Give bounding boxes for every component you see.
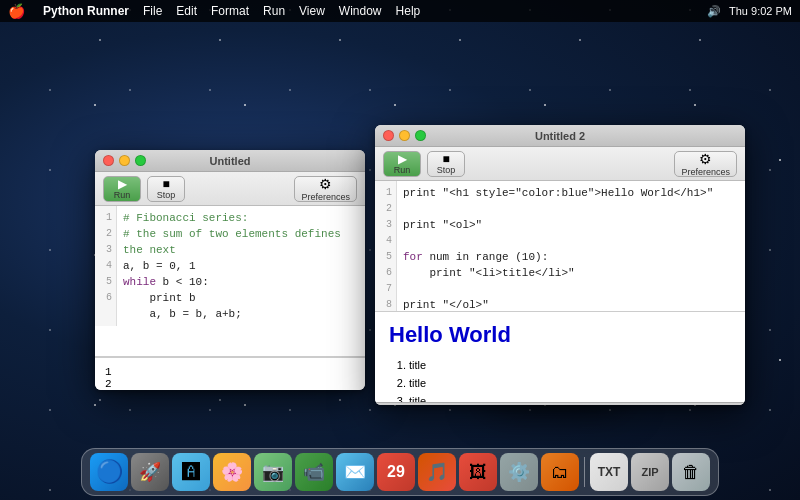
code-content-1[interactable]: # Fibonacci series: # the sum of two ele… xyxy=(117,206,365,326)
dock-finder2[interactable]: 🗂 xyxy=(541,453,579,491)
output-area-1: 12 xyxy=(95,357,365,390)
ln: 4 xyxy=(379,233,392,249)
run-button-1[interactable]: ▶ Run xyxy=(103,176,141,202)
dock-syspref[interactable]: ⚙️ xyxy=(500,453,538,491)
dock-mail[interactable]: ✉️ xyxy=(336,453,374,491)
menu-help[interactable]: Help xyxy=(396,4,421,18)
dock-trash[interactable]: 🗑 xyxy=(672,453,710,491)
ln: 2 xyxy=(379,201,392,217)
maximize-button-2[interactable] xyxy=(415,130,426,141)
code-line: print b xyxy=(123,290,359,306)
appstore-icon: 🅰 xyxy=(182,462,200,483)
menubar-right: 🔊 Thu 9:02 PM xyxy=(707,5,792,18)
apple-menu[interactable]: 🍎 xyxy=(8,3,25,19)
dock-textedit[interactable]: TXT xyxy=(590,453,628,491)
close-button-2[interactable] xyxy=(383,130,394,141)
volume-icon[interactable]: 🔊 xyxy=(707,5,721,18)
line-num: 1 xyxy=(99,210,112,226)
menu-window[interactable]: Window xyxy=(339,4,382,18)
dock-finder[interactable]: 🔵 xyxy=(90,453,128,491)
menubar: 🍎 Python Runner File Edit Format Run Vie… xyxy=(0,0,800,22)
window-untitled[interactable]: Untitled ▶ Run ■ Stop ⚙ Preferences 1 2 … xyxy=(95,150,365,390)
close-button-1[interactable] xyxy=(103,155,114,166)
menu-file[interactable]: File xyxy=(143,4,162,18)
hello-world-heading: Hello World xyxy=(389,322,731,348)
stop-button-2[interactable]: ■ Stop xyxy=(427,151,465,177)
zip-icon: ZIP xyxy=(641,466,658,478)
minimize-button-2[interactable] xyxy=(399,130,410,141)
editor-2[interactable]: 1 2 3 4 5 6 7 8 print "<h1 style="color:… xyxy=(375,181,745,311)
desktop: 🍎 Python Runner File Edit Format Run Vie… xyxy=(0,0,800,500)
dock-launchpad[interactable]: 🚀 xyxy=(131,453,169,491)
maximize-button-1[interactable] xyxy=(135,155,146,166)
traffic-lights-1 xyxy=(103,155,146,166)
app-name[interactable]: Python Runner xyxy=(43,4,129,18)
preferences-button-1[interactable]: ⚙ Preferences xyxy=(294,176,357,202)
code-with-lines-2: 1 2 3 4 5 6 7 8 print "<h1 style="color:… xyxy=(375,181,745,311)
code-line xyxy=(403,281,713,297)
window-untitled-2[interactable]: Untitled 2 ▶ Run ■ Stop ⚙ Preferences 1 … xyxy=(375,125,745,405)
preferences-label-2: Preferences xyxy=(681,167,730,177)
stop-icon-1: ■ xyxy=(162,178,169,190)
list-item: title xyxy=(409,356,731,374)
textedit-icon: TXT xyxy=(598,465,621,479)
facetime-icon: 📹 xyxy=(303,461,325,483)
code-line: print "<h1 style="color:blue">Hello Worl… xyxy=(403,185,713,201)
line-num: 6 xyxy=(99,290,112,306)
ln: 8 xyxy=(379,297,392,311)
editor-1[interactable]: 1 2 3 4 5 6 # Fibonacci series: # the su… xyxy=(95,206,365,356)
preferences-icon-1: ⚙ xyxy=(319,176,332,192)
run-button-2[interactable]: ▶ Run xyxy=(383,151,421,177)
status-bar-2: Text HTML 0.054094 seconds xyxy=(375,402,745,405)
code-line: while b < 10: xyxy=(123,274,359,290)
line-numbers-2: 1 2 3 4 5 6 7 8 xyxy=(375,181,397,311)
code-line xyxy=(403,201,713,217)
launchpad-icon: 🚀 xyxy=(139,461,161,483)
menu-run[interactable]: Run xyxy=(263,4,285,18)
menu-format[interactable]: Format xyxy=(211,4,249,18)
stop-button-1[interactable]: ■ Stop xyxy=(147,176,185,202)
finder2-icon: 🗂 xyxy=(551,462,569,483)
code-line: a, b = 0, 1 xyxy=(123,258,359,274)
menu-edit[interactable]: Edit xyxy=(176,4,197,18)
code-with-lines-1: 1 2 3 4 5 6 # Fibonacci series: # the su… xyxy=(95,206,365,326)
code-content-2[interactable]: print "<h1 style="color:blue">Hello Worl… xyxy=(397,181,719,311)
finder-icon: 🔵 xyxy=(96,459,123,485)
mail-icon: ✉️ xyxy=(344,461,366,483)
photobooth-icon: 📷 xyxy=(262,461,284,483)
dock-zip[interactable]: ZIP xyxy=(631,453,669,491)
code-line: # the sum of two elements defines the ne… xyxy=(123,226,359,258)
titlebar-2: Untitled 2 xyxy=(375,125,745,147)
html-output-2: Hello World title title title title titl… xyxy=(375,312,745,402)
menubar-left: 🍎 Python Runner File Edit Format Run Vie… xyxy=(8,3,420,19)
ln: 1 xyxy=(379,185,392,201)
menu-view[interactable]: View xyxy=(299,4,325,18)
run-icon-1: ▶ xyxy=(118,178,127,190)
itunes-icon: 🎵 xyxy=(426,461,448,483)
stop-label-2: Stop xyxy=(437,165,456,175)
ln: 3 xyxy=(379,217,392,233)
code-line: for num in range (10): xyxy=(403,249,713,265)
dock-separator xyxy=(584,457,585,487)
iphoto-icon: 🖼 xyxy=(469,462,487,483)
code-line: print "</ol>" xyxy=(403,297,713,311)
dock: 🔵 🚀 🅰 🌸 📷 📹 ✉️ 29 🎵 xyxy=(81,448,719,496)
dock-photobooth[interactable]: 📷 xyxy=(254,453,292,491)
dock-photos[interactable]: 🌸 xyxy=(213,453,251,491)
photos-icon: 🌸 xyxy=(221,461,243,483)
stop-icon-2: ■ xyxy=(442,153,449,165)
stop-label-1: Stop xyxy=(157,190,176,200)
code-line: print "<li>title</li>" xyxy=(403,265,713,281)
preferences-button-2[interactable]: ⚙ Preferences xyxy=(674,151,737,177)
dock-iphoto[interactable]: 🖼 xyxy=(459,453,497,491)
dock-itunes[interactable]: 🎵 xyxy=(418,453,456,491)
syspref-icon: ⚙️ xyxy=(508,461,530,483)
dock-appstore[interactable]: 🅰 xyxy=(172,453,210,491)
minimize-button-1[interactable] xyxy=(119,155,130,166)
list-item: title xyxy=(409,392,731,402)
output-list: title title title title title title xyxy=(389,356,731,402)
clock: Thu 9:02 PM xyxy=(729,5,792,17)
line-num: 5 xyxy=(99,274,112,290)
dock-facetime[interactable]: 📹 xyxy=(295,453,333,491)
dock-calendar[interactable]: 29 xyxy=(377,453,415,491)
